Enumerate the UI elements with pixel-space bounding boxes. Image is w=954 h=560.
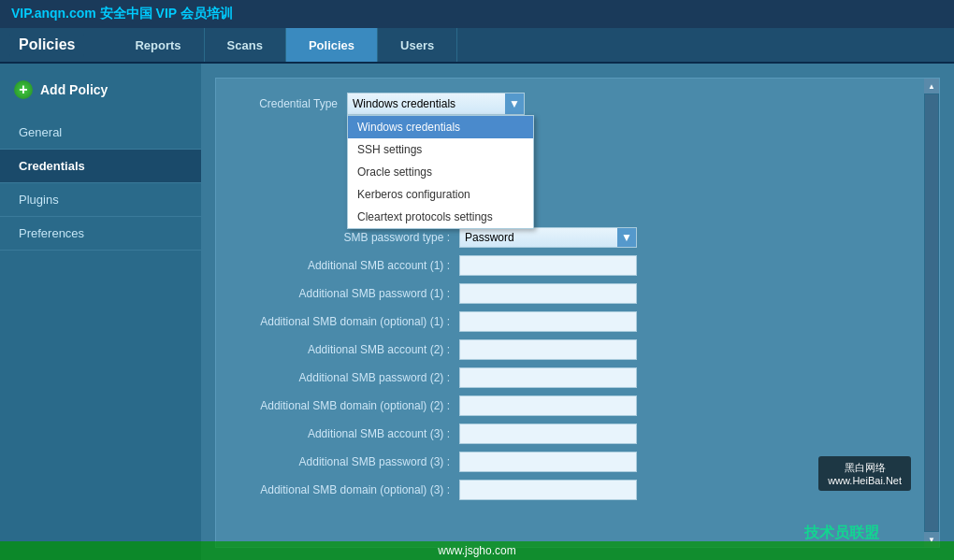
additional-smb-account-1-row: Additional SMB account (1) :	[235, 255, 920, 276]
additional-smb-password-1-row: Additional SMB password (1) :	[235, 283, 920, 304]
dropdown-item-oracle[interactable]: Oracle settings	[348, 161, 533, 183]
password-dropdown-arrow-icon: ▼	[617, 228, 636, 247]
additional-smb-password-2-row: Additional SMB password (2) :	[235, 367, 920, 388]
additional-smb-domain-1-row: Additional SMB domain (optional) (1) :	[235, 311, 920, 332]
smb-password-value: Password	[465, 231, 514, 244]
form-container: Credential Type Windows credentials ▼ Wi…	[215, 78, 940, 548]
additional-smb-password-3-label: Additional SMB password (3) :	[235, 455, 459, 468]
additional-smb-domain-1-input[interactable]	[459, 311, 637, 332]
additional-smb-password-3-input[interactable]	[459, 452, 637, 472]
additional-smb-password-1-label: Additional SMB password (1) :	[235, 287, 459, 300]
tab-policies[interactable]: Policies	[286, 28, 378, 62]
sidebar-item-preferences[interactable]: Preferences	[0, 217, 201, 251]
smb-password-type-dropdown[interactable]: Password ▼	[459, 227, 637, 248]
dropdown-arrow-icon: ▼	[505, 93, 524, 114]
sidebar-item-plugins[interactable]: Plugins	[0, 183, 201, 217]
sidebar: + Add Policy General Credentials Plugins…	[0, 64, 201, 560]
additional-smb-domain-2-row: Additional SMB domain (optional) (2) :	[235, 395, 920, 416]
scrollbar-down-button[interactable]: ▼	[924, 532, 939, 547]
additional-smb-domain-3-row: Additional SMB domain (optional) (3) :	[235, 480, 920, 500]
scrollbar-thumb[interactable]	[925, 94, 938, 531]
additional-smb-domain-3-input[interactable]	[459, 480, 637, 500]
scrollbar-up-button[interactable]: ▲	[924, 79, 939, 93]
dropdown-item-windows[interactable]: Windows credentials	[348, 116, 533, 138]
nav-tabs: Reports Scans Policies Users	[112, 28, 457, 62]
additional-smb-domain-2-label: Additional SMB domain (optional) (2) :	[235, 399, 459, 412]
credential-type-dropdown-wrapper: Windows credentials ▼ Windows credential…	[347, 93, 525, 115]
credential-type-menu: Windows credentials SSH settings Oracle …	[347, 115, 534, 229]
additional-smb-password-1-input[interactable]	[459, 283, 637, 304]
additional-smb-account-1-input[interactable]	[459, 255, 637, 276]
additional-smb-domain-1-label: Additional SMB domain (optional) (1) :	[235, 315, 459, 328]
credential-type-dropdown[interactable]: Windows credentials ▼	[347, 93, 525, 115]
title-bar: VIP.anqn.com 安全中国 VIP 会员培训	[0, 0, 954, 28]
add-policy-label: Add Policy	[40, 82, 108, 97]
additional-smb-account-1-label: Additional SMB account (1) :	[235, 259, 459, 272]
credential-type-row: Credential Type Windows credentials ▼ Wi…	[235, 93, 920, 115]
additional-smb-account-3-row: Additional SMB account (3) :	[235, 424, 920, 444]
additional-smb-account-2-input[interactable]	[459, 339, 637, 360]
credential-type-value: Windows credentials	[353, 97, 455, 110]
sidebar-item-general[interactable]: General	[0, 116, 201, 150]
add-policy-button[interactable]: + Add Policy	[0, 73, 201, 107]
nav-bar: Policies Reports Scans Policies Users	[0, 28, 954, 64]
smb-password-type-label: SMB password type :	[235, 231, 459, 244]
main-layout: + Add Policy General Credentials Plugins…	[0, 64, 954, 560]
additional-smb-domain-2-input[interactable]	[459, 395, 637, 416]
content-area: Credential Type Windows credentials ▼ Wi…	[201, 64, 954, 560]
dropdown-item-ssh[interactable]: SSH settings	[348, 138, 533, 161]
additional-smb-domain-3-label: Additional SMB domain (optional) (3) :	[235, 483, 459, 496]
additional-smb-account-3-label: Additional SMB account (3) :	[235, 427, 459, 440]
tab-users[interactable]: Users	[378, 28, 457, 62]
title-text: VIP.anqn.com 安全中国 VIP 会员培训	[11, 6, 233, 21]
additional-smb-account-3-input[interactable]	[459, 424, 637, 444]
dropdown-item-cleartext[interactable]: Cleartext protocols settings	[348, 206, 533, 228]
dropdown-item-kerberos[interactable]: Kerberos configuration	[348, 183, 533, 206]
tab-reports[interactable]: Reports	[112, 28, 204, 62]
additional-smb-password-2-input[interactable]	[459, 367, 637, 388]
credential-type-label: Credential Type	[235, 97, 347, 110]
scrollbar[interactable]: ▲ ▼	[924, 79, 939, 547]
additional-smb-account-2-label: Additional SMB account (2) :	[235, 343, 459, 356]
smb-password-type-row: SMB password type : Password ▼	[235, 227, 920, 248]
plus-icon: +	[14, 80, 33, 99]
additional-smb-password-3-row: Additional SMB password (3) :	[235, 452, 920, 472]
tab-scans[interactable]: Scans	[205, 28, 286, 62]
additional-smb-account-2-row: Additional SMB account (2) :	[235, 339, 920, 360]
additional-smb-password-2-label: Additional SMB password (2) :	[235, 371, 459, 384]
nav-logo: Policies	[9, 33, 84, 57]
sidebar-item-credentials[interactable]: Credentials	[0, 150, 201, 183]
watermark-heibai: 黑白网络 www.HeiBai.Net	[818, 456, 911, 491]
